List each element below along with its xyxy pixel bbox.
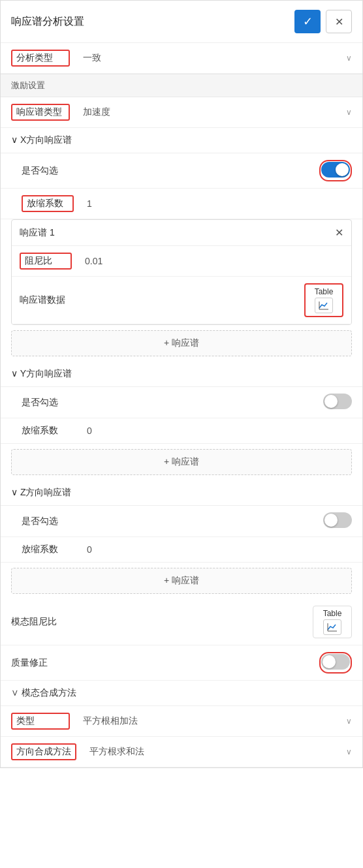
z-scale-label: 放缩系数 bbox=[22, 544, 74, 555]
spectrum-data-chart-icon bbox=[315, 298, 333, 313]
modal-direction-value: 平方根求和法 bbox=[76, 746, 346, 758]
modal-direction-row[interactable]: 方向合成方法 平方根求和法 ∨ bbox=[1, 737, 362, 767]
mass-correction-toggle-wrapper bbox=[319, 652, 352, 674]
modal-damping-table-text: Table bbox=[323, 609, 342, 618]
modal-direction-chevron: ∨ bbox=[346, 747, 352, 756]
excitation-group-label: 激励设置 bbox=[11, 80, 45, 90]
modal-damping-row: 模态阻尼比 Table bbox=[1, 599, 362, 645]
damping-value: 0.01 bbox=[72, 256, 343, 266]
x-toggle-highlight bbox=[319, 160, 352, 181]
mass-correction-label: 质量修正 bbox=[11, 657, 70, 669]
y-scale-row: 放缩系数 0 bbox=[1, 418, 362, 444]
dialog-title: 响应谱分析设置 bbox=[11, 15, 84, 29]
y-scale-label: 放缩系数 bbox=[22, 425, 74, 437]
analysis-type-row[interactable]: 分析类型 一致 ∨ bbox=[1, 43, 362, 74]
confirm-button[interactable]: ✓ bbox=[294, 10, 321, 33]
dialog-header: 响应谱分析设置 ✓ ✕ bbox=[1, 1, 362, 43]
analysis-type-value: 一致 bbox=[70, 52, 346, 64]
damping-label: 阻尼比 bbox=[20, 253, 72, 270]
spectrum-card-1-header: 响应谱 1 ✕ bbox=[12, 220, 351, 246]
analysis-type-label: 分析类型 bbox=[11, 50, 70, 67]
y-direction-collapse-label: ∨ Y方向响应谱 bbox=[11, 368, 72, 380]
y-check-label: 是否勾选 bbox=[22, 397, 74, 409]
z-check-row: 是否勾选 bbox=[1, 506, 362, 537]
add-spectrum-z-label: + 响应谱 bbox=[164, 575, 199, 587]
z-toggle-wrapper bbox=[323, 512, 352, 530]
mass-correction-toggle-highlight bbox=[319, 652, 352, 674]
mass-correction-toggle-thumb bbox=[323, 655, 336, 668]
y-toggle-wrapper bbox=[323, 394, 352, 411]
y-toggle[interactable] bbox=[323, 394, 352, 409]
close-icon: ✕ bbox=[335, 16, 343, 28]
y-toggle-track bbox=[323, 394, 352, 409]
y-scale-value: 0 bbox=[74, 426, 352, 436]
x-scale-row: 放缩系数 1 bbox=[1, 189, 362, 219]
add-spectrum-y-label: + 响应谱 bbox=[164, 456, 199, 468]
modal-damping-label: 模态阻尼比 bbox=[11, 616, 70, 628]
spectrum-card-1-title: 响应谱 1 bbox=[20, 227, 55, 239]
checkmark-icon: ✓ bbox=[303, 14, 313, 29]
z-toggle[interactable] bbox=[323, 512, 352, 528]
x-toggle-track bbox=[321, 162, 350, 178]
x-check-label: 是否勾选 bbox=[22, 165, 74, 177]
x-direction-collapse-label: ∨ X方向响应谱 bbox=[11, 134, 72, 146]
y-check-row: 是否勾选 bbox=[1, 387, 362, 418]
z-check-label: 是否勾选 bbox=[22, 516, 74, 527]
x-direction-header[interactable]: ∨ X方向响应谱 bbox=[1, 128, 362, 153]
spectrum-type-label: 响应谱类型 bbox=[11, 104, 70, 121]
add-spectrum-x-label: + 响应谱 bbox=[164, 337, 199, 349]
z-scale-row: 放缩系数 0 bbox=[1, 537, 362, 563]
spectrum-type-value: 加速度 bbox=[70, 106, 346, 118]
excitation-group-header: 激励设置 bbox=[1, 74, 362, 97]
modal-type-value: 平方根相加法 bbox=[70, 715, 346, 727]
z-direction-header[interactable]: ∨ Z方向响应谱 bbox=[1, 480, 362, 506]
close-button[interactable]: ✕ bbox=[326, 10, 352, 33]
spectrum-type-chevron: ∨ bbox=[346, 108, 352, 117]
header-actions: ✓ ✕ bbox=[294, 10, 352, 33]
add-spectrum-x-btn[interactable]: + 响应谱 bbox=[11, 330, 352, 356]
spectrum-card-1-close[interactable]: ✕ bbox=[335, 226, 343, 239]
damping-row: 阻尼比 0.01 bbox=[12, 246, 351, 277]
x-scale-label: 放缩系数 bbox=[22, 195, 74, 212]
x-toggle[interactable] bbox=[321, 162, 350, 178]
y-toggle-thumb bbox=[324, 395, 338, 408]
add-spectrum-z-btn[interactable]: + 响应谱 bbox=[11, 568, 352, 594]
modal-type-label: 类型 bbox=[11, 713, 70, 730]
modal-synthesis-header[interactable]: ∨ 模态合成方法 bbox=[1, 681, 362, 706]
x-scale-value: 1 bbox=[74, 198, 352, 209]
z-toggle-thumb bbox=[324, 514, 338, 527]
x-check-row: 是否勾选 bbox=[1, 153, 362, 189]
spectrum-type-row[interactable]: 响应谱类型 加速度 ∨ bbox=[1, 97, 362, 128]
z-toggle-track bbox=[323, 512, 352, 528]
mass-correction-row: 质量修正 bbox=[1, 645, 362, 681]
spectrum-data-label: 响应谱数据 bbox=[20, 294, 72, 306]
spectrum-data-row: 响应谱数据 Table bbox=[12, 277, 351, 324]
spectrum-data-table-btn[interactable]: Table bbox=[304, 283, 343, 317]
spectrum-card-1: 响应谱 1 ✕ 阻尼比 0.01 响应谱数据 Table bbox=[11, 219, 352, 325]
mass-correction-toggle[interactable] bbox=[321, 654, 350, 670]
modal-type-chevron: ∨ bbox=[346, 717, 352, 726]
add-spectrum-y-btn[interactable]: + 响应谱 bbox=[11, 449, 352, 475]
x-toggle-thumb bbox=[336, 163, 349, 176]
modal-damping-chart-icon bbox=[323, 619, 341, 635]
modal-direction-label: 方向合成方法 bbox=[11, 743, 76, 760]
mass-correction-toggle-track bbox=[321, 654, 350, 670]
modal-damping-table-btn[interactable]: Table bbox=[313, 606, 352, 638]
y-direction-header[interactable]: ∨ Y方向响应谱 bbox=[1, 362, 362, 387]
z-direction-collapse-label: ∨ Z方向响应谱 bbox=[11, 487, 71, 499]
modal-synthesis-collapse-label: ∨ 模态合成方法 bbox=[11, 687, 76, 699]
z-scale-value: 0 bbox=[74, 544, 352, 555]
analysis-type-chevron: ∨ bbox=[346, 54, 352, 63]
modal-type-row[interactable]: 类型 平方根相加法 ∨ bbox=[1, 706, 362, 737]
x-toggle-wrapper bbox=[319, 160, 352, 181]
dialog-container: 响应谱分析设置 ✓ ✕ 分析类型 一致 ∨ 激励设置 响应谱类型 加速度 ∨ ∨… bbox=[0, 0, 363, 768]
spectrum-data-table-text: Table bbox=[315, 287, 334, 296]
